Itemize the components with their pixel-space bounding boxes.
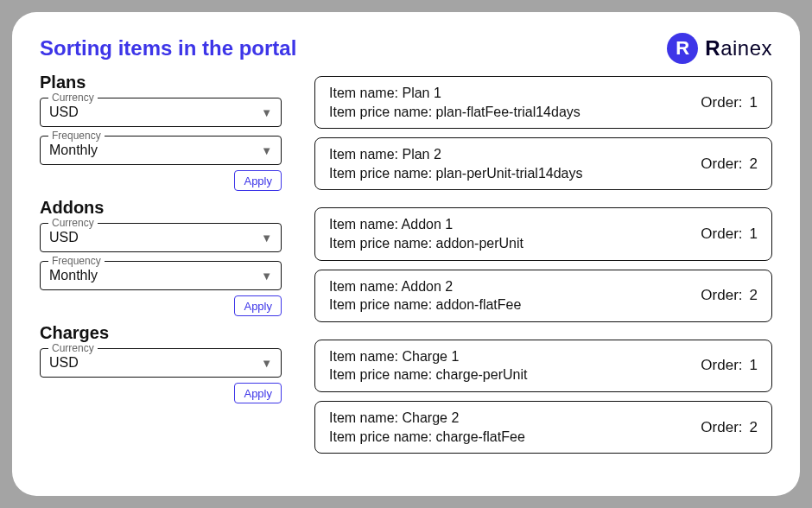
order-value: 1 (750, 225, 758, 243)
item-card[interactable]: Item name: Charge 1 Item price name: cha… (314, 340, 772, 392)
item-name-label: Item name: (329, 217, 398, 232)
chevron-down-icon: ▼ (261, 232, 272, 244)
item-price-value: plan-perUnit-trial14days (436, 166, 583, 181)
item-price-label: Item price name: (329, 105, 432, 119)
item-name-value: Plan 1 (402, 86, 441, 100)
item-price-value: charge-flatFee (436, 429, 525, 444)
frequency-label: Frequency (48, 255, 105, 267)
addons-apply-button[interactable]: Apply (234, 295, 282, 316)
item-price-label: Item price name: (329, 297, 432, 312)
item-price-value: addon-flatFee (436, 297, 522, 312)
charges-currency-value: USD (49, 355, 79, 371)
main-card: Sorting items in the portal R Rainex Pla… (12, 12, 800, 496)
item-card[interactable]: Item name: Addon 2 Item price name: addo… (314, 270, 772, 322)
order-value: 2 (750, 287, 758, 304)
item-price-label: Item price name: (329, 367, 432, 382)
item-card[interactable]: Item name: Plan 1 Item price name: plan-… (314, 76, 772, 129)
order-value: 1 (750, 357, 758, 374)
items-column: Item name: Plan 1 Item price name: plan-… (314, 73, 772, 471)
item-name-value: Addon 1 (402, 217, 454, 232)
item-price-label: Item price name: (329, 236, 432, 251)
header: Sorting items in the portal R Rainex (40, 33, 772, 64)
brand-logo-text: Rainex (705, 36, 772, 60)
plans-currency-value: USD (49, 105, 79, 120)
order-value: 1 (750, 94, 758, 111)
item-name-value: Addon 2 (402, 279, 454, 294)
item-name-label: Item name: (329, 279, 398, 294)
plans-frequency-value: Monthly (49, 143, 98, 158)
order-value: 2 (750, 156, 758, 173)
item-name-label: Item name: (329, 86, 398, 100)
currency-label: Currency (48, 342, 98, 354)
filters-column: Plans Currency USD ▼ Frequency Monthly ▼ (40, 73, 282, 471)
chevron-down-icon: ▼ (261, 106, 272, 119)
item-name-label: Item name: (329, 349, 398, 364)
plans-apply-button[interactable]: Apply (234, 170, 282, 191)
addons-currency-value: USD (49, 230, 79, 245)
brand-logo: R Rainex (667, 33, 772, 64)
chevron-down-icon: ▼ (261, 357, 272, 370)
order-label: Order: (701, 225, 742, 243)
section-title-addons: Addons (40, 198, 282, 218)
page-title: Sorting items in the portal (40, 36, 296, 60)
order-label: Order: (701, 357, 742, 374)
item-card[interactable]: Item name: Charge 2 Item price name: cha… (314, 401, 772, 454)
order-label: Order: (701, 94, 742, 111)
item-card[interactable]: Item name: Addon 1 Item price name: addo… (314, 207, 772, 260)
item-price-value: plan-flatFee-trial14days (436, 105, 580, 119)
section-title-charges: Charges (40, 323, 282, 343)
item-name-label: Item name: (329, 410, 398, 425)
item-price-label: Item price name: (329, 429, 432, 444)
item-price-value: charge-perUnit (436, 367, 528, 382)
item-card[interactable]: Item name: Plan 2 Item price name: plan-… (314, 137, 772, 190)
item-name-label: Item name: (329, 147, 398, 162)
order-label: Order: (701, 419, 742, 436)
currency-label: Currency (48, 217, 98, 229)
currency-label: Currency (48, 92, 98, 104)
order-value: 2 (750, 419, 758, 436)
charges-apply-button[interactable]: Apply (234, 383, 282, 403)
order-label: Order: (701, 156, 742, 173)
item-price-label: Item price name: (329, 166, 432, 181)
item-name-value: Charge 2 (402, 410, 459, 425)
section-title-plans: Plans (40, 73, 282, 92)
addons-frequency-value: Monthly (49, 268, 98, 283)
item-price-value: addon-perUnit (436, 236, 523, 251)
chevron-down-icon: ▼ (261, 270, 272, 283)
order-label: Order: (701, 287, 742, 304)
item-name-value: Charge 1 (402, 349, 459, 364)
frequency-label: Frequency (48, 130, 105, 142)
chevron-down-icon: ▼ (261, 144, 272, 157)
brand-logo-icon: R (667, 33, 698, 64)
item-name-value: Plan 2 (402, 147, 441, 162)
